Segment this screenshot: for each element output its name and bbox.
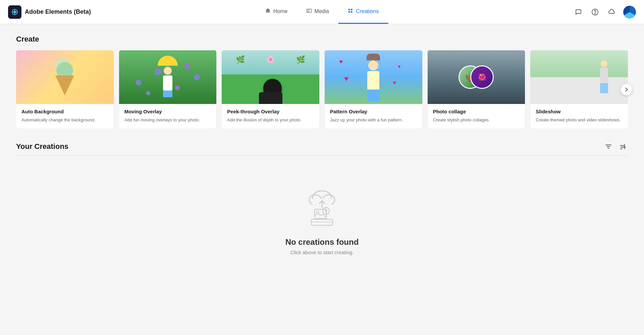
- card-peek-through-name: Peek-through Overlay: [227, 109, 314, 114]
- card-pattern-overlay-info: Pattern Overlay Jazz up your photo with …: [325, 104, 422, 128]
- card-auto-background-name: Auto Background: [21, 109, 108, 114]
- create-cards-container: Auto Background Automatically change the…: [16, 50, 628, 128]
- flowers-top: 🌿 🌸 🌿: [225, 55, 316, 64]
- card-peek-through-image: 🌿 🌸 🌿: [222, 50, 319, 104]
- your-creations-header: Your Creations: [16, 142, 628, 156]
- empty-state-title: No creations found: [285, 237, 359, 247]
- card-moving-overlay-name: Moving Overlay: [124, 109, 211, 114]
- dog-body-illustration: [259, 92, 282, 104]
- card-auto-background[interactable]: Auto Background Automatically change the…: [16, 50, 114, 128]
- card-photo-collage-info: Photo collage Create stylish photo colla…: [428, 104, 525, 128]
- card-photo-collage-name: Photo collage: [433, 109, 520, 114]
- create-cards-row: Auto Background Automatically change the…: [16, 50, 628, 128]
- card-slideshow[interactable]: Slideshow Create themed photo and video …: [530, 50, 628, 128]
- nav-creations[interactable]: Creations: [338, 0, 388, 24]
- girl-2-illustration: [360, 57, 387, 104]
- card-peek-through-desc: Add the illusion of depth to your photo.: [227, 117, 314, 123]
- main-nav: Home Media Creations: [256, 0, 388, 24]
- collage-circle-2: 🌺: [470, 65, 494, 89]
- card-slideshow-desc: Create themed photo and video slideshows…: [536, 117, 623, 123]
- card-moving-overlay-image: [119, 50, 217, 104]
- card-moving-overlay[interactable]: Moving Overlay Add fun moving overlays t…: [119, 50, 217, 128]
- cloud-icon[interactable]: [606, 7, 617, 17]
- ice-cream-illustration: [51, 59, 78, 96]
- svg-point-2: [13, 11, 16, 13]
- user-avatar[interactable]: [623, 6, 636, 18]
- svg-point-7: [595, 13, 595, 14]
- card-photo-collage-desc: Create stylish photo collages.: [433, 117, 520, 123]
- sort-button[interactable]: [619, 142, 628, 151]
- card-pattern-overlay[interactable]: ♥ ♥ ♥ ♥ ♥ P: [325, 50, 422, 128]
- media-icon: [306, 8, 312, 15]
- nav-media[interactable]: Media: [297, 0, 338, 24]
- empty-state-subtitle: Click above to start creating.: [290, 249, 354, 255]
- girl-head: [164, 67, 172, 75]
- empty-state: No creations found Click above to start …: [16, 156, 628, 275]
- card-moving-overlay-info: Moving Overlay Add fun moving overlays t…: [119, 104, 217, 128]
- app-header: Adobe Elements (Beta) Home Media: [0, 0, 644, 24]
- create-section: Create Auto Background Automatically cha: [16, 35, 628, 128]
- chat-icon[interactable]: [573, 7, 584, 17]
- help-icon[interactable]: [590, 7, 600, 17]
- main-content: Create Auto Background Automatically cha: [0, 24, 644, 286]
- card-slideshow-name: Slideshow: [536, 109, 623, 114]
- card-photo-collage[interactable]: 🦋 🌺 Photo collage Create stylish photo c…: [428, 50, 525, 128]
- create-section-title: Create: [16, 35, 628, 44]
- card-auto-background-desc: Automatically change the background.: [21, 117, 108, 123]
- card-auto-background-info: Auto Background Automatically change the…: [16, 104, 114, 128]
- card-pattern-overlay-desc: Jazz up your photo with a fun pattern.: [330, 117, 417, 123]
- card-photo-collage-image: 🦋 🌺: [428, 50, 525, 104]
- collage-circles: 🦋 🌺: [459, 65, 494, 89]
- app-title: Adobe Elements (Beta): [25, 8, 91, 15]
- svg-rect-4: [307, 9, 309, 12]
- girl-with-umbrella: [163, 57, 172, 97]
- creations-actions: [604, 142, 628, 151]
- empty-state-icon: [299, 182, 345, 229]
- card-moving-overlay-desc: Add fun moving overlays to your photo.: [124, 117, 211, 123]
- your-creations-section: Your Creations: [16, 142, 628, 275]
- header-actions: [573, 6, 636, 18]
- card-auto-background-image: [16, 50, 114, 104]
- your-creations-title: Your Creations: [16, 142, 68, 151]
- card-peek-through-info: Peek-through Overlay Add the illusion of…: [222, 104, 319, 128]
- card-slideshow-info: Slideshow Create themed photo and video …: [530, 104, 628, 128]
- girl-shorts: [163, 91, 172, 97]
- card-peek-through[interactable]: 🌿 🌸 🌿 Peek-through Overlay Add the illus…: [222, 50, 319, 128]
- creations-icon: [348, 8, 353, 15]
- nav-home[interactable]: Home: [256, 0, 297, 24]
- card-pattern-overlay-image: ♥ ♥ ♥ ♥ ♥: [325, 50, 422, 104]
- cards-next-button[interactable]: [621, 83, 633, 96]
- avatar-image: [623, 6, 636, 18]
- app-logo[interactable]: Adobe Elements (Beta): [8, 5, 91, 19]
- logo-icon: [8, 5, 21, 19]
- girl-body: [163, 75, 172, 91]
- filter-button[interactable]: [604, 142, 613, 151]
- home-icon: [265, 8, 271, 15]
- card-slideshow-image: [530, 50, 628, 104]
- card-pattern-overlay-name: Pattern Overlay: [330, 109, 417, 114]
- svg-rect-16: [311, 219, 333, 225]
- slideshow-person: [595, 60, 613, 104]
